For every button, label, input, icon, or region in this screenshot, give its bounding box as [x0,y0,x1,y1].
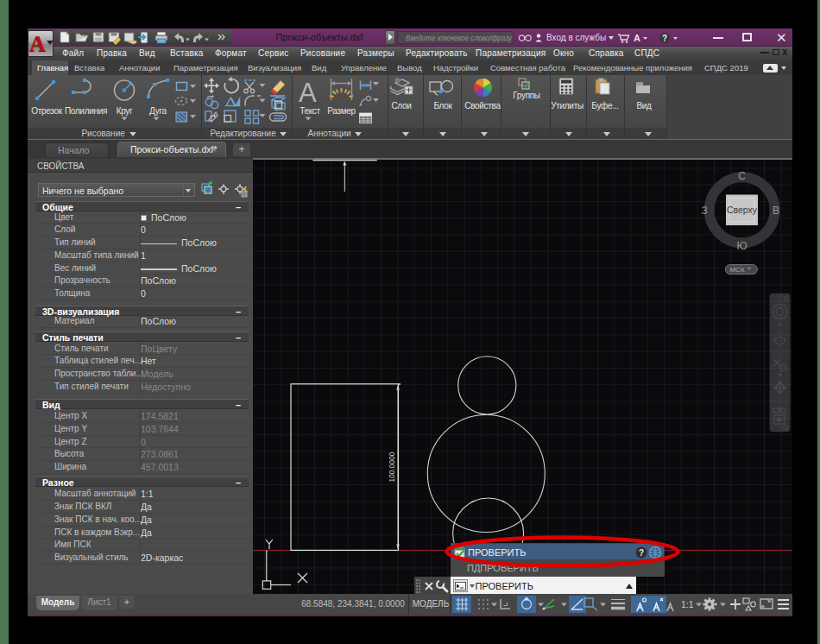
svg-text:В: В [773,205,779,217]
svg-text:100.0000: 100.0000 [388,451,396,482]
svg-text:A: A [634,33,640,43]
svg-text:?: ? [662,34,667,43]
svg-text:МСК: МСК [729,266,744,274]
svg-text:A: A [299,78,317,108]
svg-text:Ю: Ю [736,240,747,252]
svg-text:З: З [701,205,707,217]
svg-text:С: С [738,170,746,182]
svg-text:Сверху: Сверху [727,205,758,215]
svg-text:1:1: 1:1 [681,599,694,609]
